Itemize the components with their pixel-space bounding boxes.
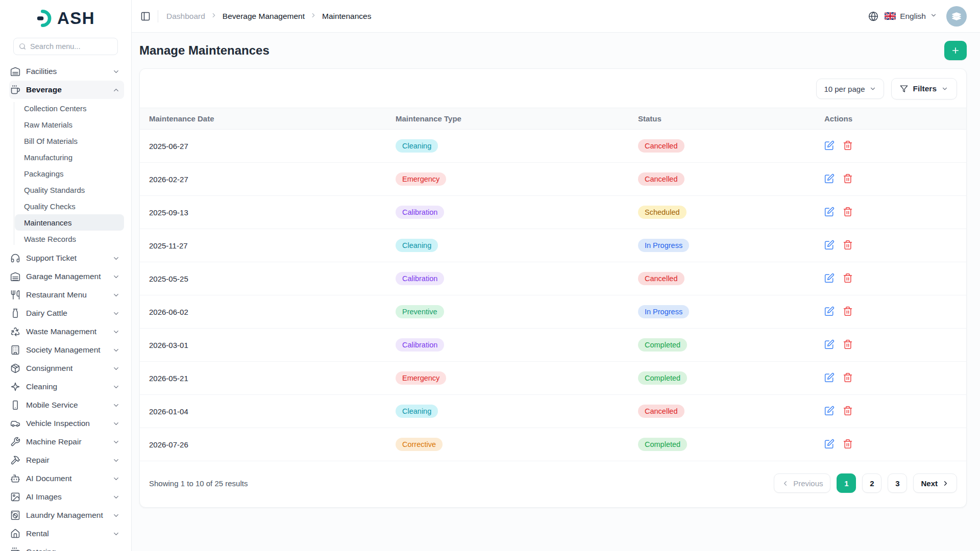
table-controls: 10 per page Filters [140,69,966,108]
sidebar-item-garage-management[interactable]: Garage Management [9,267,124,286]
sidebar-item-mobile-service[interactable]: Mobile Service [9,396,124,414]
edit-button[interactable] [824,372,835,384]
sidebar-item-dairy-cattle[interactable]: Dairy Cattle [9,304,124,322]
cell-type: Corrective [386,428,629,461]
chevron-right-icon [942,480,949,487]
edit-button[interactable] [824,273,835,285]
edit-button[interactable] [824,339,835,351]
type-badge: Cleaning [396,239,438,252]
sidebar-item-bill-of-materials[interactable]: Bill Of Materials [15,133,124,149]
delete-button[interactable] [843,439,853,450]
next-page-button[interactable]: Next [913,473,957,493]
chevron-down-icon [112,383,120,391]
edit-button[interactable] [824,173,835,185]
edit-button[interactable] [824,439,835,450]
delete-button[interactable] [843,140,853,152]
cleaning-icon [10,382,20,392]
delete-button[interactable] [843,339,853,351]
topbar-divider [158,10,158,22]
chevron-down-icon [941,85,948,92]
filters-button[interactable]: Filters [891,78,957,99]
avatar[interactable] [946,6,967,27]
sidebar-item-support-ticket[interactable]: Support Ticket [9,249,124,267]
cell-status: Completed [629,329,815,362]
sidebar-item-packagings[interactable]: Packagings [15,165,124,182]
globe-icon[interactable] [868,11,878,21]
table-row: 2026-01-04CleaningCancelled [140,395,966,428]
type-badge: Emergency [396,371,446,385]
chevron-down-icon [112,328,120,336]
delete-button[interactable] [843,173,853,185]
sidebar-item-vehicle-inspection[interactable]: Vehicle Inspection [9,414,124,433]
edit-button[interactable] [824,240,835,252]
sidebar-item-cleaning[interactable]: Cleaning [9,378,124,396]
sidebar-item-beverage[interactable]: Beverage [9,81,124,99]
edit-button[interactable] [824,406,835,417]
delete-button[interactable] [843,406,853,417]
page-button-2[interactable]: 2 [862,473,881,493]
delete-button[interactable] [843,306,853,318]
add-maintenance-button[interactable] [944,41,967,60]
chevron-down-icon [112,530,120,538]
edit-button[interactable] [824,207,835,218]
breadcrumb-item-dashboard[interactable]: Dashboard [166,12,205,21]
column-header-actions: Actions [815,108,966,130]
sidebar-item-ai-images[interactable]: AI Images [9,488,124,506]
sidebar-item-laundry-management[interactable]: Laundry Management [9,506,124,524]
sidebar-search [13,38,118,55]
sidebar-submenu: Collection CentersRaw MaterialsBill Of M… [12,100,124,247]
cell-actions [815,428,966,461]
per-page-select[interactable]: 10 per page [816,79,884,99]
sidebar-item-raw-materials[interactable]: Raw Materials [15,116,124,133]
sidebar-toggle-icon[interactable] [140,11,151,21]
cell-date: 2026-02-27 [140,163,386,196]
cell-date: 2026-05-21 [140,362,386,395]
breadcrumb-item-maintenances[interactable]: Maintenances [322,12,372,21]
search-input[interactable] [30,42,112,51]
sidebar-item-manufacturing[interactable]: Manufacturing [15,149,124,165]
sidebar-item-consignment[interactable]: Consignment [9,359,124,378]
chevron-down-icon [112,255,120,262]
page-header: Manage Maintenances [132,33,980,67]
beverage-icon [10,85,20,95]
sidebar-item-quality-standards[interactable]: Quality Standards [15,182,124,198]
type-badge: Preventive [396,305,444,318]
edit-button[interactable] [824,306,835,318]
sidebar-item-ai-document[interactable]: AI Document [9,469,124,488]
breadcrumb-item-beverage-management[interactable]: Beverage Management [223,12,305,21]
page-button-3[interactable]: 3 [888,473,907,493]
sidebar-item-catering[interactable]: Catering [9,543,124,551]
delete-button[interactable] [843,207,853,218]
sidebar-item-maintenances[interactable]: Maintenances [15,214,124,231]
chevron-down-icon [112,365,120,372]
chevron-down-icon [112,457,120,464]
table-row: 2026-07-26CorrectiveCompleted [140,428,966,461]
sidebar-item-collection-centers[interactable]: Collection Centers [15,100,124,116]
sidebar-item-waste-records[interactable]: Waste Records [15,231,124,247]
sidebar-item-facilities[interactable]: Facilities [9,62,124,81]
sidebar-item-repair[interactable]: Repair [9,451,124,469]
edit-button[interactable] [824,140,835,152]
cell-actions [815,395,966,428]
dash-logo-mark [36,8,56,29]
language-selector[interactable]: English [885,12,937,21]
delete-button[interactable] [843,273,853,285]
type-badge: Calibration [396,338,444,352]
sidebar-item-restaurant-menu[interactable]: Restaurant Menu [9,286,124,304]
society-icon [10,345,20,355]
delete-button[interactable] [843,240,853,252]
sidebar-item-label: Rental [26,529,49,538]
sidebar-item-society-management[interactable]: Society Management [9,341,124,359]
sidebar-item-machine-repair[interactable]: Machine Repair [9,433,124,451]
cell-type: Calibration [386,262,629,295]
chevron-down-icon [112,310,120,317]
app-logo: ASH [0,5,131,32]
page-button-1[interactable]: 1 [837,473,856,493]
status-badge: Cancelled [638,272,684,285]
previous-page-button[interactable]: Previous [774,473,830,493]
sidebar-item-rental[interactable]: Rental [9,524,124,543]
delete-button[interactable] [843,372,853,384]
sidebar-item-quality-checks[interactable]: Quality Checks [15,198,124,214]
sidebar-item-waste-management[interactable]: Waste Management [9,322,124,341]
cell-actions [815,229,966,262]
